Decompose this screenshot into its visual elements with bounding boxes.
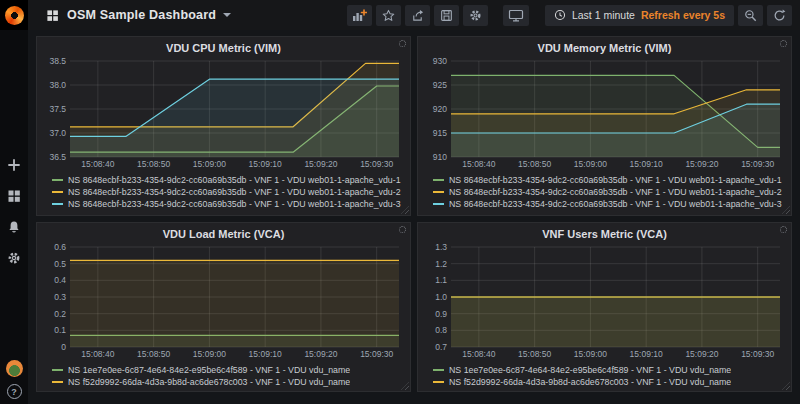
panel-title[interactable]: VDU Memory Metric (VIM) <box>423 40 786 56</box>
chevron-down-icon[interactable] <box>223 13 231 17</box>
share-button[interactable] <box>405 5 430 26</box>
kiosk-monitor-icon <box>508 9 524 22</box>
svg-text:15:09:30: 15:09:30 <box>741 349 774 359</box>
save-button[interactable] <box>434 5 459 26</box>
plus-icon <box>7 158 21 172</box>
legend-series-label: NS 8648ecbf-b233-4354-9dc2-cc60a69b35db … <box>449 199 782 209</box>
user-avatar[interactable] <box>6 360 23 377</box>
chart-canvas[interactable]: 15:08:4015:08:5015:09:0015:09:1015:09:20… <box>42 242 404 360</box>
legend-series-label: NS 8648ecbf-b233-4354-9dc2-cc60a69b35db … <box>449 175 782 185</box>
svg-text:925: 925 <box>433 80 447 90</box>
legend-series-color-icon <box>52 179 63 181</box>
sidebar-item-create[interactable] <box>3 156 25 174</box>
refresh-interval-label: Refresh every 5s <box>641 9 725 21</box>
panel-loading-spinner <box>399 40 406 47</box>
legend-item[interactable]: NS 8648ecbf-b233-4354-9dc2-cc60a69b35db … <box>52 174 405 186</box>
left-sidebar: ? <box>0 0 28 404</box>
svg-text:15:09:30: 15:09:30 <box>741 159 774 169</box>
alerting-bell-icon <box>7 220 21 234</box>
panel-loading-spinner <box>780 226 787 233</box>
panel-title[interactable]: VNF Users Metric (VCA) <box>423 226 786 242</box>
legend-item[interactable]: NS 1ee7e0ee-6c87-4e64-84e2-e95be6c4f589 … <box>433 364 786 376</box>
legend-item[interactable]: NS 8648ecbf-b233-4354-9dc2-cc60a69b35db … <box>433 198 786 210</box>
grafana-logo[interactable] <box>0 0 28 30</box>
panel-title[interactable]: VDU Load Metric (VCA) <box>42 226 405 242</box>
dashboard-apps-icon[interactable] <box>46 9 59 22</box>
svg-text:36.5: 36.5 <box>49 152 66 162</box>
legend-item[interactable]: NS 8648ecbf-b233-4354-9dc2-cc60a69b35db … <box>52 198 405 210</box>
svg-text:1.1: 1.1 <box>435 275 447 285</box>
svg-text:15:09:20: 15:09:20 <box>685 159 718 169</box>
dashboards-grid-icon <box>7 189 21 203</box>
svg-text:0.2: 0.2 <box>54 309 66 319</box>
legend-item[interactable]: NS 8648ecbf-b233-4354-9dc2-cc60a69b35db … <box>52 186 405 198</box>
svg-text:15:09:20: 15:09:20 <box>304 159 337 169</box>
legend-series-label: NS f52d9992-66da-4d3a-9b8d-ac6de678c003 … <box>449 377 731 387</box>
svg-text:0.3: 0.3 <box>54 292 66 302</box>
svg-text:0.4: 0.4 <box>54 275 66 285</box>
legend-series-color-icon <box>52 381 63 383</box>
legend-series-color-icon <box>52 369 63 371</box>
legend-item[interactable]: NS 8648ecbf-b233-4354-9dc2-cc60a69b35db … <box>433 174 786 186</box>
svg-text:0: 0 <box>61 342 66 352</box>
legend-item[interactable]: NS 8648ecbf-b233-4354-9dc2-cc60a69b35db … <box>433 186 786 198</box>
grafana-flame-icon <box>5 6 24 25</box>
dashboard-settings-button[interactable] <box>463 5 488 26</box>
svg-text:15:08:50: 15:08:50 <box>518 349 551 359</box>
chart-legend: NS 1ee7e0ee-6c87-4e64-84e2-e95be6c4f589 … <box>42 364 405 388</box>
svg-text:0.6: 0.6 <box>54 242 66 252</box>
svg-text:1.2: 1.2 <box>435 259 447 269</box>
star-button[interactable] <box>376 5 401 26</box>
chart-canvas[interactable]: 15:08:4015:08:5015:09:0015:09:1015:09:20… <box>423 242 785 360</box>
sidebar-item-alerting[interactable] <box>3 218 25 236</box>
clock-icon <box>554 9 566 21</box>
legend-item[interactable]: NS 1ee7e0ee-6c87-4e64-84e2-e95be6c4f589 … <box>52 364 405 376</box>
svg-text:15:09:00: 15:09:00 <box>574 349 607 359</box>
chart-canvas[interactable]: 15:08:4015:08:5015:09:0015:09:1015:09:20… <box>42 56 404 170</box>
svg-text:15:08:50: 15:08:50 <box>137 159 170 169</box>
add-panel-button[interactable] <box>347 5 372 26</box>
svg-text:15:09:30: 15:09:30 <box>360 159 393 169</box>
sidebar-item-dashboards[interactable] <box>3 187 25 205</box>
svg-text:0.1: 0.1 <box>54 325 66 335</box>
legend-series-color-icon <box>433 179 444 181</box>
panel-vnf-users-metric: VNF Users Metric (VCA) 15:08:4015:08:501… <box>417 222 792 392</box>
svg-text:0.8: 0.8 <box>435 325 447 335</box>
svg-text:15:09:00: 15:09:00 <box>193 349 226 359</box>
time-range-picker[interactable]: Last 1 minute Refresh every 5s <box>545 5 734 26</box>
svg-text:15:09:30: 15:09:30 <box>360 349 393 359</box>
svg-text:0.9: 0.9 <box>435 309 447 319</box>
refresh-button[interactable] <box>767 5 792 26</box>
save-icon <box>440 9 453 22</box>
add-panel-icon <box>352 9 367 22</box>
dashboard-title[interactable]: OSM Sample Dashboard <box>67 8 216 22</box>
legend-series-label: NS 8648ecbf-b233-4354-9dc2-cc60a69b35db … <box>449 187 782 197</box>
svg-text:37.5: 37.5 <box>49 104 66 114</box>
svg-text:15:08:50: 15:08:50 <box>137 349 170 359</box>
chart-legend: NS 8648ecbf-b233-4354-9dc2-cc60a69b35db … <box>42 174 405 210</box>
legend-item[interactable]: NS f52d9992-66da-4d3a-9b8d-ac6de678c003 … <box>433 376 786 388</box>
svg-text:1.0: 1.0 <box>435 292 447 302</box>
chart-canvas[interactable]: 15:08:4015:08:5015:09:0015:09:1015:09:20… <box>423 56 785 170</box>
svg-text:38.0: 38.0 <box>49 80 66 90</box>
panel-loading-spinner <box>399 226 406 233</box>
legend-item[interactable]: NS f52d9992-66da-4d3a-9b8d-ac6de678c003 … <box>52 376 405 388</box>
cycle-view-mode-button[interactable] <box>503 5 529 26</box>
legend-series-label: NS f52d9992-66da-4d3a-9b8d-ac6de678c003 … <box>68 377 350 387</box>
svg-text:15:08:40: 15:08:40 <box>81 159 114 169</box>
legend-series-label: NS 1ee7e0ee-6c87-4e64-84e2-e95be6c4f589 … <box>68 365 350 375</box>
zoom-out-icon <box>744 9 757 22</box>
legend-series-color-icon <box>52 203 63 205</box>
svg-text:15:09:00: 15:09:00 <box>193 159 226 169</box>
legend-series-color-icon <box>433 369 444 371</box>
panel-title[interactable]: VDU CPU Metric (VIM) <box>42 40 405 56</box>
svg-text:15:09:10: 15:09:10 <box>249 159 282 169</box>
star-icon <box>382 9 395 22</box>
sidebar-item-configuration[interactable] <box>3 249 25 267</box>
zoom-out-button[interactable] <box>738 5 763 26</box>
help-icon[interactable]: ? <box>7 384 22 399</box>
svg-text:920: 920 <box>433 104 447 114</box>
svg-text:15:08:40: 15:08:40 <box>81 349 114 359</box>
configuration-gear-icon <box>7 251 21 265</box>
share-icon <box>411 9 424 22</box>
